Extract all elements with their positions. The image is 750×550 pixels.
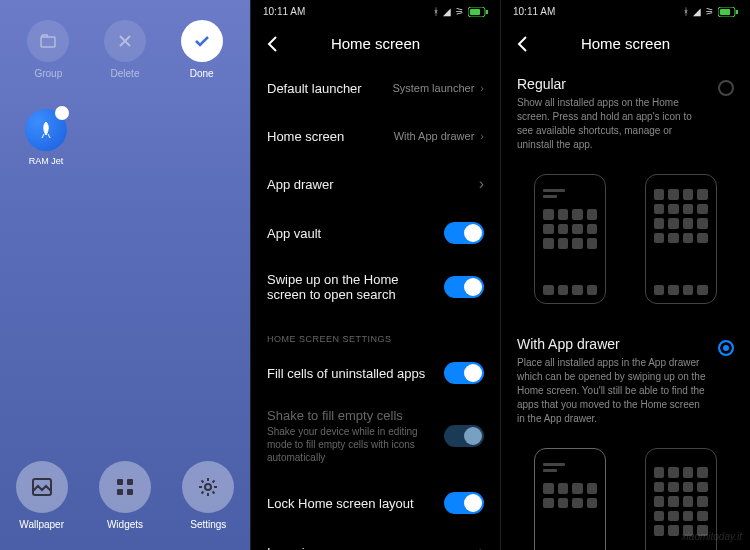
- bottom-action-bar: Wallpaper Widgets Settings: [0, 461, 250, 530]
- home-mode-screen: 10:11 AM ᚼ ◢ ⚞ Home screen Regular Show …: [500, 0, 750, 550]
- svg-rect-2: [117, 479, 123, 485]
- chevron-right-icon: ›: [480, 130, 484, 142]
- svg-rect-8: [470, 9, 480, 15]
- battery-icon: [718, 7, 738, 17]
- page-title: Home screen: [581, 35, 670, 52]
- row-lock-layout[interactable]: Lock Home screen layout: [251, 478, 500, 528]
- wallpaper-label: Wallpaper: [19, 519, 64, 530]
- group-label: Group: [34, 68, 62, 79]
- row-home-screen[interactable]: Home screen With App drawer›: [251, 112, 500, 160]
- back-button[interactable]: [516, 35, 528, 53]
- option-app-drawer[interactable]: With App drawer Place all installed apps…: [501, 324, 750, 438]
- chevron-right-icon: ›: [479, 175, 484, 193]
- delete-label: Delete: [111, 68, 140, 79]
- status-bar: 10:11 AM ᚼ ◢ ⚞: [501, 0, 750, 23]
- battery-icon: [468, 7, 488, 17]
- svg-rect-9: [486, 10, 488, 14]
- status-bar: 10:11 AM ᚼ ◢ ⚞: [251, 0, 500, 23]
- app-badge-icon: [55, 106, 69, 120]
- wallpaper-action[interactable]: Wallpaper: [16, 461, 68, 530]
- svg-rect-0: [41, 37, 55, 47]
- bluetooth-icon: ᚼ: [683, 6, 689, 17]
- toggle-lock-layout[interactable]: [444, 492, 484, 514]
- preview-phone: [534, 174, 606, 304]
- status-time: 10:11 AM: [263, 6, 305, 17]
- svg-rect-5: [127, 489, 133, 495]
- svg-rect-3: [127, 479, 133, 485]
- settings-label: Settings: [190, 519, 226, 530]
- app-ramjet[interactable]: RAM Jet: [20, 109, 72, 166]
- section-heading: HOME SCREEN SETTINGS: [251, 316, 500, 348]
- image-icon: [31, 477, 53, 497]
- header: Home screen: [251, 23, 500, 64]
- check-icon: [194, 34, 210, 48]
- signal-icon: ◢: [693, 6, 701, 17]
- back-button[interactable]: [266, 35, 278, 53]
- chevron-right-icon: ›: [479, 543, 484, 550]
- wifi-icon: ⚞: [455, 6, 464, 17]
- svg-rect-4: [117, 489, 123, 495]
- svg-rect-12: [736, 10, 738, 14]
- app-label: RAM Jet: [29, 156, 64, 166]
- toggle-shake: [444, 425, 484, 447]
- grid-icon: [115, 477, 135, 497]
- done-action[interactable]: Done: [181, 20, 223, 79]
- row-shake: Shake to fill empty cells Shake your dev…: [251, 398, 500, 478]
- signal-icon: ◢: [443, 6, 451, 17]
- group-action[interactable]: Group: [27, 20, 69, 79]
- rocket-icon: [36, 120, 56, 140]
- radio-regular[interactable]: [718, 80, 734, 96]
- toggle-swipe-search[interactable]: [444, 276, 484, 298]
- folder-icon: [40, 34, 56, 48]
- regular-previews: [501, 164, 750, 324]
- row-fill-cells[interactable]: Fill cells of uninstalled apps: [251, 348, 500, 398]
- page-title: Home screen: [331, 35, 420, 52]
- status-time: 10:11 AM: [513, 6, 555, 17]
- option-regular[interactable]: Regular Show all installed apps on the H…: [501, 64, 750, 164]
- x-icon: [118, 34, 132, 48]
- svg-point-6: [205, 484, 211, 490]
- row-default-launcher[interactable]: Default launcher System launcher›: [251, 64, 500, 112]
- row-swipe-search[interactable]: Swipe up on the Home screen to open sear…: [251, 258, 500, 316]
- svg-rect-11: [720, 9, 730, 15]
- done-label: Done: [190, 68, 214, 79]
- toggle-app-vault[interactable]: [444, 222, 484, 244]
- widgets-action[interactable]: Widgets: [99, 461, 151, 530]
- chevron-right-icon: ›: [480, 82, 484, 94]
- delete-action[interactable]: Delete: [104, 20, 146, 79]
- watermark: xiaomitoday.it: [682, 531, 742, 542]
- header: Home screen: [501, 23, 750, 64]
- wifi-icon: ⚞: [705, 6, 714, 17]
- top-action-bar: Group Delete Done: [0, 0, 250, 89]
- settings-action[interactable]: Settings: [182, 461, 234, 530]
- gear-icon: [197, 476, 219, 498]
- row-icon-size[interactable]: Icon size ›: [251, 528, 500, 550]
- widgets-label: Widgets: [107, 519, 143, 530]
- home-edit-screen: Group Delete Done RAM Jet Wallpaper Widg…: [0, 0, 250, 550]
- row-app-drawer[interactable]: App drawer ›: [251, 160, 500, 208]
- toggle-fill-cells[interactable]: [444, 362, 484, 384]
- settings-list-screen: 10:11 AM ᚼ ◢ ⚞ Home screen Default launc…: [250, 0, 500, 550]
- bluetooth-icon: ᚼ: [433, 6, 439, 17]
- radio-app-drawer[interactable]: [718, 340, 734, 356]
- preview-phone: [534, 448, 606, 550]
- preview-phone: [645, 174, 717, 304]
- row-app-vault[interactable]: App vault: [251, 208, 500, 258]
